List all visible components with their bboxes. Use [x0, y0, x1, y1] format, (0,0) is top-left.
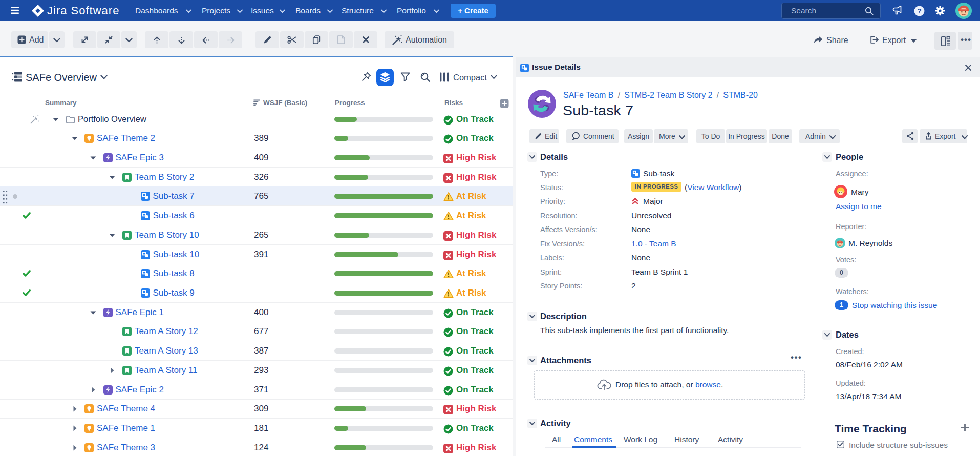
svg-text:?: ? — [917, 7, 921, 15]
